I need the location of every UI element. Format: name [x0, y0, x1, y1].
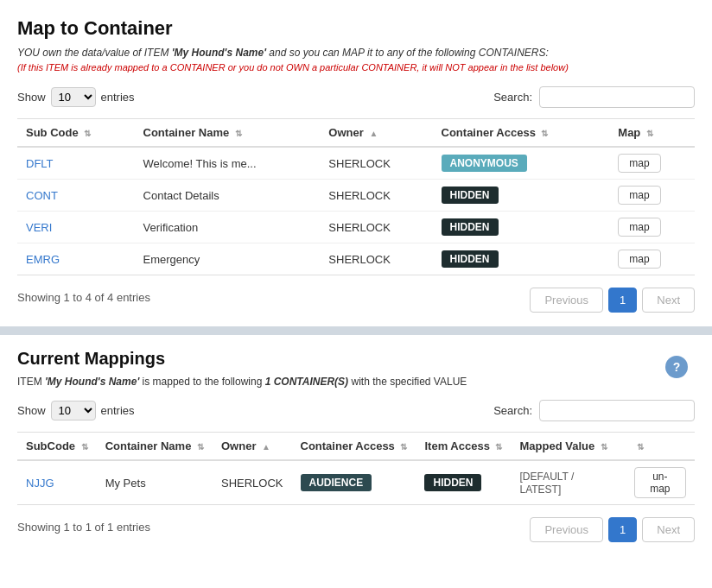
col-subcode-2[interactable]: SubCode ⇅	[17, 433, 97, 461]
page-1-button-2[interactable]: 1	[608, 517, 637, 542]
col-action-2[interactable]: ⇅	[626, 433, 695, 461]
s2-item: 'My Hound's Name'	[45, 376, 139, 388]
table-row: DFLT Welcome! This is me... SHERLOCK ANO…	[17, 147, 695, 180]
section2-controls: Show 10 25 50 100 entries Search:	[17, 400, 695, 421]
container-name-cell: Contact Details	[135, 180, 321, 212]
search-input-1[interactable]	[539, 86, 695, 108]
subcode-cell: VERI	[17, 212, 135, 243]
subcode-cell: DFLT	[17, 147, 135, 180]
col-container-access-2[interactable]: Container Access ⇅	[292, 433, 416, 461]
prev-button-1[interactable]: Previous	[530, 288, 603, 313]
sort-icon-subcode-1: ⇅	[84, 129, 91, 138]
show-label-1: Show	[17, 91, 46, 104]
s2-mid: is mapped to the following	[139, 376, 264, 388]
sort-icon-owner-2: ▲	[262, 442, 270, 452]
show-entries-2: Show 10 25 50 100 entries	[17, 401, 135, 420]
subtitle-item: 'My Hound's Name'	[172, 47, 266, 59]
container-name-cell: Emergency	[135, 243, 321, 275]
container-access-cell: HIDDEN	[433, 243, 610, 275]
subcode-link[interactable]: VERI	[26, 221, 52, 234]
subcode-link[interactable]: CONT	[26, 189, 58, 202]
section2-header: Current Mappings ?	[17, 349, 695, 369]
container-access-cell: ANONYMOUS	[433, 147, 610, 180]
search-input-2[interactable]	[539, 400, 695, 421]
table-header-row-2: SubCode ⇅ Container Name ⇅ Owner ▲ Conta…	[17, 433, 695, 461]
section1-pagination-row: Showing 1 to 4 of 4 entries Previous 1 N…	[17, 288, 695, 313]
subcode-link[interactable]: DFLT	[26, 157, 54, 170]
col-mapped-value-2[interactable]: Mapped Value ⇅	[511, 433, 625, 461]
s2-intro: ITEM	[17, 376, 45, 388]
map-action-cell: map	[609, 180, 695, 212]
section2-pagination: Previous 1 Next	[530, 517, 695, 542]
container-name-cell-2: My Pets	[97, 460, 213, 505]
default-latest-value: [DEFAULT / LATEST]	[519, 471, 574, 496]
map-button[interactable]: map	[618, 186, 660, 205]
current-mappings-table: SubCode ⇅ Container Name ⇅ Owner ▲ Conta…	[17, 432, 695, 505]
sort-icon-map-1: ⇅	[646, 129, 653, 138]
sort-icon-container-access-1: ⇅	[541, 129, 548, 138]
subcode-cell: EMRG	[17, 243, 135, 275]
subcode-link[interactable]: EMRG	[26, 253, 60, 266]
entries-label-1: entries	[101, 91, 135, 104]
col-container-access-1[interactable]: Container Access ⇅	[433, 119, 610, 148]
table-row: EMRG Emergency SHERLOCK HIDDEN map	[17, 243, 695, 275]
entries-select-2[interactable]: 10 25 50 100	[51, 401, 96, 420]
container-access-cell: HIDDEN	[433, 180, 610, 212]
sort-icon-action-2: ⇅	[637, 442, 644, 452]
subtitle-intro: YOU own the data/value of ITEM	[17, 47, 172, 59]
map-button[interactable]: map	[618, 154, 660, 173]
access-badge-anonymous: ANONYMOUS	[442, 155, 527, 172]
section1-title: Map to Container	[17, 17, 695, 40]
container-access-cell: HIDDEN	[433, 212, 610, 243]
col-item-access-2[interactable]: Item Access ⇅	[416, 433, 511, 461]
unmap-button[interactable]: un-map	[634, 467, 686, 498]
search-label-1: Search:	[493, 91, 532, 104]
map-action-cell: map	[609, 243, 695, 275]
search-label-2: Search:	[493, 404, 532, 417]
owner-cell: SHERLOCK	[320, 180, 432, 212]
page-1-button-1[interactable]: 1	[608, 288, 637, 313]
col-container-name-2[interactable]: Container Name ⇅	[97, 433, 213, 461]
access-badge-hidden: HIDDEN	[442, 250, 499, 268]
access-badge-audience: AUDIENCE	[301, 474, 372, 491]
col-map-1[interactable]: Map ⇅	[609, 119, 695, 148]
col-subcode-1[interactable]: Sub Code ⇅	[17, 119, 135, 148]
help-button[interactable]: ?	[665, 356, 688, 378]
container-access-cell-2: AUDIENCE	[292, 460, 416, 505]
sort-icon-container-name-2: ⇅	[197, 442, 204, 452]
map-action-cell: map	[609, 212, 695, 243]
map-button[interactable]: map	[618, 250, 660, 269]
subtitle-mid: and so you can MAP it to any of the foll…	[266, 47, 549, 59]
section2-pagination-row: Showing 1 to 1 of 1 entries Previous 1 N…	[17, 517, 695, 542]
entries-label-2: entries	[101, 404, 135, 417]
show-label-2: Show	[17, 404, 46, 417]
sort-icon-subcode-2: ⇅	[81, 442, 88, 452]
section2-subtitle: ITEM 'My Hound's Name' is mapped to the …	[17, 376, 695, 388]
col-owner-2[interactable]: Owner ▲	[213, 433, 292, 461]
table-row: VERI Verification SHERLOCK HIDDEN map	[17, 212, 695, 243]
section1-pagination: Previous 1 Next	[530, 288, 695, 313]
section-divider	[0, 326, 712, 335]
item-access-badge-hidden: HIDDEN	[424, 474, 481, 491]
next-button-2[interactable]: Next	[642, 517, 695, 542]
table-row: NJJG My Pets SHERLOCK AUDIENCE HIDDEN [D…	[17, 460, 695, 505]
subcode-link-2[interactable]: NJJG	[26, 477, 54, 490]
next-button-1[interactable]: Next	[642, 288, 695, 313]
col-container-name-1[interactable]: Container Name ⇅	[135, 119, 321, 148]
prev-button-2[interactable]: Previous	[530, 517, 603, 542]
entries-select-1[interactable]: 10 25 50 100	[51, 87, 96, 107]
current-mappings-section: Current Mappings ? ITEM 'My Hound's Name…	[0, 335, 712, 556]
sort-icon-container-name-1: ⇅	[235, 129, 242, 138]
sort-icon-mapped-value-2: ⇅	[601, 442, 607, 452]
section2-title: Current Mappings	[17, 349, 695, 369]
map-to-container-table: Sub Code ⇅ Container Name ⇅ Owner ▲ Cont…	[17, 118, 695, 275]
table-row: CONT Contact Details SHERLOCK HIDDEN map	[17, 180, 695, 212]
owner-cell: SHERLOCK	[320, 212, 432, 243]
col-owner-1[interactable]: Owner ▲	[320, 119, 432, 148]
section2-showing-text: Showing 1 to 1 of 1 entries	[17, 521, 150, 534]
map-button[interactable]: map	[618, 218, 660, 237]
table-header-row-1: Sub Code ⇅ Container Name ⇅ Owner ▲ Cont…	[17, 119, 695, 148]
subcode-cell-2: NJJG	[17, 460, 97, 505]
section1-subtitle-note: (If this ITEM is already mapped to a CON…	[17, 62, 695, 73]
map-action-cell: map	[609, 147, 695, 180]
